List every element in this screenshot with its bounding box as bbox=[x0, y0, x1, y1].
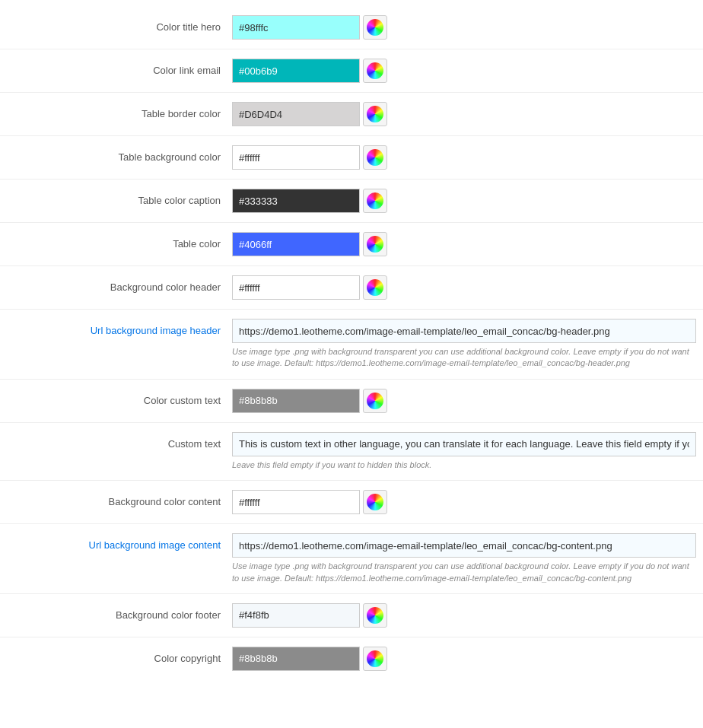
row-separator bbox=[0, 179, 703, 180]
color-wheel-icon-color-link-email bbox=[367, 62, 383, 79]
color-picker-btn-background-color-footer[interactable] bbox=[363, 603, 387, 628]
form-row-color-link-email: Color link email bbox=[0, 51, 703, 91]
color-wheel-icon-background-color-footer bbox=[367, 607, 383, 624]
row-separator bbox=[0, 422, 703, 423]
label-color-copyright: Color copyright bbox=[0, 647, 232, 664]
row-separator bbox=[0, 637, 703, 637]
field-table-background-color bbox=[232, 145, 703, 170]
label-url-background-image-content: Url background image content bbox=[0, 533, 232, 551]
color-picker-btn-color-title-hero[interactable] bbox=[363, 15, 387, 40]
settings-form: Color title heroColor link emailTable bo… bbox=[0, 0, 703, 686]
color-input-background-color-footer[interactable] bbox=[232, 603, 360, 628]
color-wrap-color-custom-text bbox=[232, 389, 703, 413]
form-row-url-background-image-header: Url background image headerUse image typ… bbox=[0, 311, 703, 377]
color-picker-btn-table-border-color[interactable] bbox=[363, 102, 387, 126]
color-wheel-icon-table-color bbox=[367, 236, 383, 253]
row-separator bbox=[0, 379, 703, 380]
hint-url-background-image-header: Use image type .png with background tran… bbox=[232, 346, 696, 370]
field-table-color-caption bbox=[232, 189, 703, 213]
form-row-background-color-header: Background color header bbox=[0, 268, 703, 307]
color-input-table-color[interactable] bbox=[232, 232, 360, 256]
color-input-table-border-color[interactable] bbox=[232, 102, 360, 126]
form-row-custom-text: Custom textLeave this field empty if you… bbox=[0, 424, 703, 478]
row-separator bbox=[0, 92, 703, 93]
color-input-background-color-content[interactable] bbox=[232, 490, 360, 514]
row-separator bbox=[0, 480, 703, 481]
form-row-table-color-caption: Table color caption bbox=[0, 181, 703, 221]
label-color-custom-text: Color custom text bbox=[0, 389, 232, 406]
label-table-border-color: Table border color bbox=[0, 102, 232, 119]
label-table-color-caption: Table color caption bbox=[0, 189, 232, 206]
color-wheel-icon-color-custom-text bbox=[367, 393, 383, 409]
label-background-color-content: Background color content bbox=[0, 490, 232, 507]
color-input-background-color-header[interactable] bbox=[232, 275, 360, 300]
form-row-table-background-color: Table background color bbox=[0, 138, 703, 177]
url-input-url-background-image-header[interactable] bbox=[232, 319, 696, 343]
color-wheel-icon-color-copyright bbox=[367, 650, 383, 667]
color-wrap-table-background-color bbox=[232, 145, 703, 170]
color-input-color-title-hero[interactable] bbox=[232, 15, 360, 40]
color-wrap-table-color-caption bbox=[232, 189, 703, 213]
form-row-color-custom-text: Color custom text bbox=[0, 381, 703, 421]
field-url-background-image-content: Use image type .png with background tran… bbox=[232, 533, 703, 584]
hint-url-background-image-content: Use image type .png with background tran… bbox=[232, 561, 696, 584]
url-input-url-background-image-content[interactable] bbox=[232, 533, 696, 558]
field-color-custom-text bbox=[232, 389, 703, 413]
row-separator bbox=[0, 135, 703, 136]
label-table-background-color: Table background color bbox=[0, 145, 232, 163]
color-wheel-icon-color-title-hero bbox=[367, 19, 383, 36]
color-wrap-color-copyright bbox=[232, 647, 703, 671]
form-row-background-color-content: Background color content bbox=[0, 482, 703, 522]
form-row-table-color: Table color bbox=[0, 224, 703, 264]
color-wrap-table-color bbox=[232, 232, 703, 256]
field-color-link-email bbox=[232, 59, 703, 83]
color-input-color-copyright[interactable] bbox=[232, 647, 360, 671]
form-row-color-title-hero: Color title hero bbox=[0, 8, 703, 47]
color-wrap-color-title-hero bbox=[232, 15, 703, 40]
label-background-color-footer: Background color footer bbox=[0, 603, 232, 621]
form-row-table-border-color: Table border color bbox=[0, 94, 703, 134]
color-picker-btn-color-custom-text[interactable] bbox=[363, 389, 387, 413]
color-picker-btn-table-color-caption[interactable] bbox=[363, 189, 387, 213]
row-separator bbox=[0, 309, 703, 310]
label-custom-text: Custom text bbox=[0, 432, 232, 450]
color-picker-btn-background-color-header[interactable] bbox=[363, 275, 387, 300]
color-wheel-icon-table-border-color bbox=[367, 106, 383, 122]
form-row-url-background-image-content: Url background image contentUse image ty… bbox=[0, 526, 703, 592]
color-wheel-icon-background-color-content bbox=[367, 494, 383, 510]
field-background-color-header bbox=[232, 275, 703, 300]
row-separator bbox=[0, 222, 703, 223]
color-input-table-background-color[interactable] bbox=[232, 145, 360, 170]
field-url-background-image-header: Use image type .png with background tran… bbox=[232, 319, 703, 370]
color-wheel-icon-table-color-caption bbox=[367, 192, 383, 209]
field-background-color-content bbox=[232, 490, 703, 514]
field-background-color-footer bbox=[232, 603, 703, 628]
field-table-color bbox=[232, 232, 703, 256]
label-color-title-hero: Color title hero bbox=[0, 15, 232, 33]
row-separator bbox=[0, 593, 703, 594]
color-picker-btn-background-color-content[interactable] bbox=[363, 490, 387, 514]
color-picker-btn-color-copyright[interactable] bbox=[363, 647, 387, 671]
color-picker-btn-table-background-color[interactable] bbox=[363, 145, 387, 170]
form-row-color-copyright: Color copyright bbox=[0, 639, 703, 679]
color-input-color-link-email[interactable] bbox=[232, 59, 360, 83]
label-background-color-header: Background color header bbox=[0, 275, 232, 293]
color-picker-btn-color-link-email[interactable] bbox=[363, 59, 387, 83]
color-wrap-background-color-content bbox=[232, 490, 703, 514]
text-input-custom-text[interactable] bbox=[232, 432, 696, 456]
color-wheel-icon-table-background-color bbox=[367, 149, 383, 166]
color-wrap-color-link-email bbox=[232, 59, 703, 83]
form-row-background-color-footer: Background color footer bbox=[0, 596, 703, 635]
color-input-color-custom-text[interactable] bbox=[232, 389, 360, 413]
color-wrap-background-color-header bbox=[232, 275, 703, 300]
label-table-color: Table color bbox=[0, 232, 232, 250]
color-picker-btn-table-color[interactable] bbox=[363, 232, 387, 256]
color-input-table-color-caption[interactable] bbox=[232, 189, 360, 213]
label-url-background-image-header: Url background image header bbox=[0, 319, 232, 336]
color-wrap-background-color-footer bbox=[232, 603, 703, 628]
field-custom-text: Leave this field empty if you want to hi… bbox=[232, 432, 703, 471]
row-separator bbox=[0, 49, 703, 49]
hint-custom-text: Leave this field empty if you want to hi… bbox=[232, 459, 696, 471]
row-separator bbox=[0, 265, 703, 266]
field-table-border-color bbox=[232, 102, 703, 126]
